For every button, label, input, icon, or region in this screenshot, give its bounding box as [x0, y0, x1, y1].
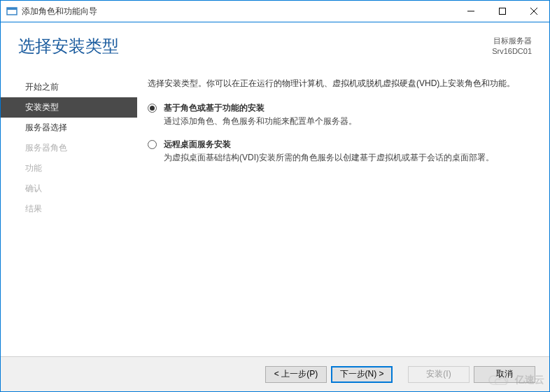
- sidebar-item-server-selection[interactable]: 服务器选择: [1, 118, 137, 138]
- maximize-button[interactable]: [486, 1, 518, 22]
- option-remote-desktop[interactable]: 远程桌面服务安装 为虚拟桌面基础结构(VDI)安装所需的角色服务以创建基于虚拟机…: [148, 139, 532, 164]
- sidebar-item-confirmation: 确认: [1, 178, 137, 199]
- sidebar-item-before-begin[interactable]: 开始之前: [1, 77, 137, 97]
- sidebar-item-server-roles: 服务器角色: [1, 138, 137, 158]
- radio-checked-icon[interactable]: [148, 104, 157, 113]
- window-title: 添加角色和功能向导: [22, 6, 455, 18]
- intro-text: 选择安装类型。你可以在正在运行的物理计算机、虚拟机或脱机虚拟硬盘(VHD)上安装…: [148, 77, 532, 90]
- svg-rect-3: [499, 8, 505, 15]
- wizard-steps-sidebar: 开始之前 安装类型 服务器选择 服务器角色 功能 确认 结果: [1, 70, 137, 356]
- option-title: 基于角色或基于功能的安装: [164, 102, 357, 114]
- target-server-label: 目标服务器: [492, 36, 532, 46]
- option-desc: 为虚拟桌面基础结构(VDI)安装所需的角色服务以创建基于虚拟机或基于会话的桌面部…: [164, 152, 494, 164]
- titlebar: 添加角色和功能向导: [1, 1, 549, 22]
- radio-unchecked-icon[interactable]: [148, 140, 157, 149]
- sidebar-item-results: 结果: [1, 199, 137, 219]
- target-server-name: Srv16DC01: [492, 46, 532, 57]
- sidebar-item-install-type[interactable]: 安装类型: [1, 97, 137, 118]
- sidebar-item-features: 功能: [1, 158, 137, 178]
- close-button[interactable]: [518, 1, 549, 22]
- option-title: 远程桌面服务安装: [164, 139, 494, 150]
- prev-button[interactable]: < 上一步(P): [265, 366, 327, 383]
- option-role-based[interactable]: 基于角色或基于功能的安装 通过添加角色、角色服务和功能来配置单个服务器。: [148, 102, 532, 127]
- svg-rect-1: [7, 8, 17, 10]
- wizard-header: 选择安装类型 目标服务器 Srv16DC01: [1, 22, 549, 64]
- page-title: 选择安装类型: [18, 35, 119, 57]
- wizard-content: 选择安装类型。你可以在正在运行的物理计算机、虚拟机或脱机虚拟硬盘(VHD)上安装…: [137, 70, 532, 356]
- app-icon: [6, 6, 17, 17]
- wizard-footer: < 上一步(P) 下一步(N) > 安装(I) 取消: [1, 356, 549, 391]
- install-button: 安装(I): [408, 366, 470, 383]
- cancel-button[interactable]: 取消: [474, 366, 535, 383]
- option-desc: 通过添加角色、角色服务和功能来配置单个服务器。: [164, 115, 357, 127]
- minimize-button[interactable]: [455, 1, 486, 22]
- next-button[interactable]: 下一步(N) >: [331, 366, 393, 383]
